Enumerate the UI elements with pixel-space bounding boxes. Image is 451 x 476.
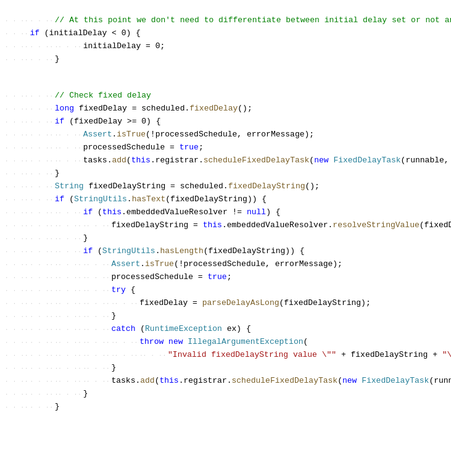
code-line: · · ··· · ···· · ···· · ··catch (Runtime… [0, 323, 451, 336]
code-line: · · ··· · ···· · ···· · ··fixedDelayStri… [0, 219, 451, 232]
code-line: · · ··· · ···· · ··initialDelay = 0; [0, 40, 451, 53]
code-line: · · ··· · ··} [0, 401, 451, 414]
code-container: · · ··· · ··// At this point we don't ne… [0, 0, 451, 416]
code-line: · · ··· · ··} [0, 53, 451, 66]
code-line: · · ··· · ···· · ···· · ··tasks.add(this… [0, 375, 451, 388]
code-line: · · ··· · ···· · ··tasks.add(this.regist… [0, 154, 451, 167]
code-line: · · ··· · ···· · ···· · ··} [0, 362, 451, 375]
code-line: · · ··· · ··if (fixedDelay >= 0) { [0, 115, 451, 128]
code-line: · · ··· · ··String fixedDelayString = sc… [0, 180, 451, 193]
code-line: · · ··· · ···· · ···· · ···· · ··throw n… [0, 336, 451, 349]
code-line: · · ··· · ··long fixedDelay = scheduled.… [0, 102, 451, 115]
code-line: · · ··· · ··// Check fixed delay [0, 90, 451, 102]
code-line: · · ··· · ···· · ··if (StringUtils.hasLe… [0, 245, 451, 258]
code-line: · · ··· · ···· · ···· · ··processedSched… [0, 271, 451, 284]
code-line [0, 66, 451, 78]
code-line: · · ··· · ···· · ··} [0, 232, 451, 245]
code-line: · · ··· · ···· · ··processedSchedule = t… [0, 141, 451, 154]
code-line: · · ··· · ···· · ··} [0, 388, 451, 401]
code-line: · · ··· · ···· · ···· · ···· · ···· · ··… [0, 349, 451, 362]
code-line: · · ··· · ···· · ···· · ··Assert.isTrue(… [0, 258, 451, 271]
code-line [0, 78, 451, 90]
code-line: · · ··· · ··// At this point we don't ne… [0, 14, 451, 27]
code-line: · · ··· · ···· · ··Assert.isTrue(!proces… [0, 128, 451, 141]
code-line: · · ··· · ··if (StringUtils.hasText(fixe… [0, 193, 451, 206]
code-line: · · ··· · ···· · ···· · ··} [0, 310, 451, 323]
code-line: · · ··· · ··} [0, 167, 451, 180]
code-line: · · ··· · ···· · ··if (this.embeddedValu… [0, 206, 451, 219]
code-line: · · ··· · ···· · ···· · ··try { [0, 284, 451, 297]
code-line: · · ··if (initialDelay < 0) { [0, 27, 451, 40]
code-line: · · ··· · ···· · ···· · ···· · ··fixedDe… [0, 297, 451, 310]
